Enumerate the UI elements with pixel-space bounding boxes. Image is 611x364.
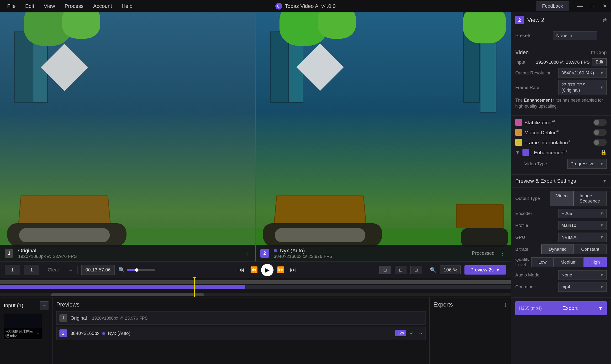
- preview-model-2: Nyx (Auto): [108, 331, 130, 336]
- preview-export-collapse-icon: ▼: [602, 179, 607, 184]
- export-button[interactable]: H265 (mp4) Export ▼: [515, 301, 607, 315]
- step-forward-button[interactable]: ⏩: [275, 265, 286, 275]
- presets-dots-button[interactable]: ···: [597, 31, 607, 40]
- audio-mode-value: None: [561, 273, 572, 278]
- timeline: [0, 278, 511, 297]
- output-type-label: Output Type: [515, 196, 550, 201]
- frame-rate-select[interactable]: 23.976 FPS (Original) ▼: [558, 80, 607, 95]
- exports-expand-icon[interactable]: ↕: [504, 301, 507, 308]
- output-res-select[interactable]: 3840×2160 (4K) ▼: [558, 68, 607, 78]
- zoom-out-icon[interactable]: 🔍: [430, 267, 436, 273]
- thumb-label: --大曙的月球探险记.mkv ···: [4, 328, 42, 339]
- preview-button[interactable]: Preview 2s ▼: [465, 265, 506, 274]
- video-type-select[interactable]: Progressive ▼: [567, 159, 607, 169]
- zoom-handle[interactable]: [135, 268, 138, 272]
- play-button[interactable]: ▶: [261, 264, 274, 276]
- audio-mode-select[interactable]: None ▼: [558, 270, 607, 280]
- thumb-more-icon[interactable]: ···: [37, 332, 40, 336]
- preview-row-1: 1 Original 1920×1080px @ 23.976 FPS: [56, 311, 425, 325]
- video-section-title: Video ⊡ Crop: [515, 49, 607, 56]
- frame-rate-value: 23.976 FPS (Original): [561, 82, 600, 93]
- exports-title: Exports: [433, 301, 453, 308]
- zoom-slider[interactable]: [127, 269, 155, 271]
- stabilization-knob: [594, 120, 599, 125]
- crop-icon: ⊡: [591, 50, 595, 55]
- view-split-btn[interactable]: ⊟: [395, 266, 406, 274]
- menu-view[interactable]: View: [39, 1, 60, 11]
- output-type-image-btn[interactable]: Image Sequence: [573, 191, 607, 206]
- panel1-more-icon[interactable]: ⋮: [244, 249, 250, 257]
- input-info-row: Input 1920×1080 @ 23.976 FPS Edit: [515, 58, 607, 66]
- preview-more-icon[interactable]: ⋯: [417, 330, 423, 336]
- timeline-playhead[interactable]: [194, 278, 195, 297]
- frame-interpolation-toggle[interactable]: [593, 139, 607, 146]
- input-header: Input (1) +: [4, 301, 48, 310]
- scrollbar-thumb[interactable]: [51, 293, 204, 296]
- nyx-dot-preview: [102, 332, 105, 335]
- profile-select[interactable]: Main10 ▼: [558, 221, 607, 230]
- frame-in-box[interactable]: 1: [5, 265, 20, 275]
- input-panel: Input (1) + --大曙的月球探险记.mkv ···: [0, 298, 53, 364]
- close-button[interactable]: ✕: [598, 0, 611, 13]
- preview-export-title: Preview & Export Settings: [515, 178, 602, 184]
- input-thumbnail[interactable]: --大曙的月球探险记.mkv ···: [4, 313, 42, 339]
- menu-file[interactable]: File: [2, 1, 20, 11]
- bitrate-dynamic-btn[interactable]: Dynamic: [541, 245, 574, 254]
- feedback-button[interactable]: Feedback: [536, 1, 569, 11]
- gpu-select[interactable]: NVIDIA ▼: [558, 233, 607, 242]
- timeline-scrollbar[interactable]: [0, 293, 511, 296]
- crop-label: Crop: [597, 50, 607, 55]
- view-title: View 2: [527, 17, 599, 23]
- enhancement-keyword: Enhancement: [524, 98, 552, 103]
- timeline-track-1[interactable]: [0, 280, 511, 284]
- video-type-value: Progressive: [571, 161, 594, 167]
- view-compare-btn[interactable]: ⊞: [410, 266, 422, 274]
- menu-help[interactable]: Help: [117, 1, 137, 11]
- timeline-track-2[interactable]: [0, 285, 511, 289]
- panel2-more-icon[interactable]: ⋮: [499, 249, 506, 257]
- main-layout: 1 Original 1920×1080px @ 23.976 FPS ⋮: [0, 13, 611, 364]
- quality-low-btn[interactable]: Low: [531, 257, 554, 267]
- panel2-status: Processed: [472, 250, 495, 256]
- quality-high-btn[interactable]: High: [584, 257, 607, 267]
- output-type-video-btn[interactable]: Video: [550, 191, 573, 206]
- enhancement-note: The Enhancement filter has been enabled …: [515, 97, 607, 109]
- gpu-label: GPU: [515, 235, 558, 240]
- menu-account[interactable]: Account: [88, 1, 117, 11]
- motion-deblur-toggle[interactable]: [593, 129, 607, 136]
- previews-panel: Previews 1 Original 1920×1080px @ 23.976…: [53, 298, 430, 364]
- crop-button[interactable]: ⊡ Crop: [591, 50, 607, 55]
- stabilization-toggle[interactable]: [593, 119, 607, 126]
- quality-medium-btn[interactable]: Medium: [554, 257, 584, 267]
- preview-check-icon[interactable]: ✓: [410, 330, 414, 336]
- skip-start-button[interactable]: ⏮: [236, 265, 247, 275]
- add-input-button[interactable]: +: [40, 301, 48, 310]
- video-panel-original: 1 Original 1920×1080px @ 23.976 FPS ⋮: [0, 13, 256, 261]
- step-back-button[interactable]: ⏪: [249, 265, 259, 275]
- panel2-label-bar: 2 Nyx (Auto) 3840×2160px @ 23.976 FPS Pr…: [256, 245, 511, 261]
- sync-icon[interactable]: ⇄: [602, 17, 607, 23]
- enhancement-lock-icon[interactable]: 🔒: [600, 149, 607, 156]
- profile-value: Main10: [561, 223, 576, 228]
- bitrate-constant-btn[interactable]: Constant: [574, 245, 607, 254]
- menu-edit[interactable]: Edit: [20, 1, 39, 11]
- controls-bar: 1 1 Clear → 00:13:57:06 🔍 ⏮ ⏪ ▶ ⏩ ⏭: [0, 261, 511, 278]
- presets-select[interactable]: None ▼: [553, 31, 597, 40]
- minimize-button[interactable]: —: [574, 0, 586, 13]
- enhancement-collapse-icon[interactable]: ▼: [515, 150, 520, 155]
- clear-button[interactable]: Clear: [43, 265, 64, 274]
- preview-export-header[interactable]: Preview & Export Settings ▼: [511, 175, 611, 188]
- frame-out-box[interactable]: 1: [24, 265, 39, 275]
- input-edit-button[interactable]: Edit: [592, 58, 607, 66]
- quality-row: Quality Level Low Medium High: [515, 257, 607, 267]
- skip-end-button[interactable]: ⏭: [288, 265, 298, 275]
- maximize-button[interactable]: □: [586, 0, 598, 13]
- view-fit-btn[interactable]: ⊡: [379, 266, 391, 274]
- container-select[interactable]: mp4 ▼: [558, 282, 607, 292]
- zoom-percent[interactable]: 106 %: [440, 265, 461, 274]
- menu-process[interactable]: Process: [60, 1, 88, 11]
- output-res-value: 3840×2160 (4K): [561, 70, 594, 76]
- encoder-select[interactable]: H265 ▼: [558, 209, 607, 218]
- container-label: Container: [515, 284, 558, 290]
- playhead-triangle: [193, 277, 196, 279]
